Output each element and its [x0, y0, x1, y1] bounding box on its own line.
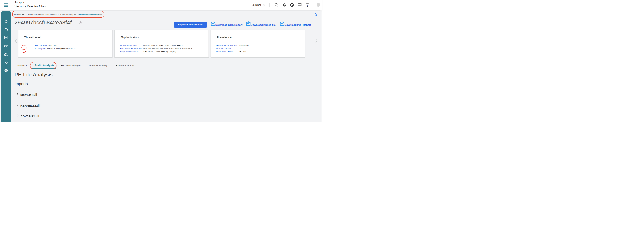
svg-text:?: ? [80, 22, 81, 24]
svg-text:?: ? [307, 3, 308, 6]
